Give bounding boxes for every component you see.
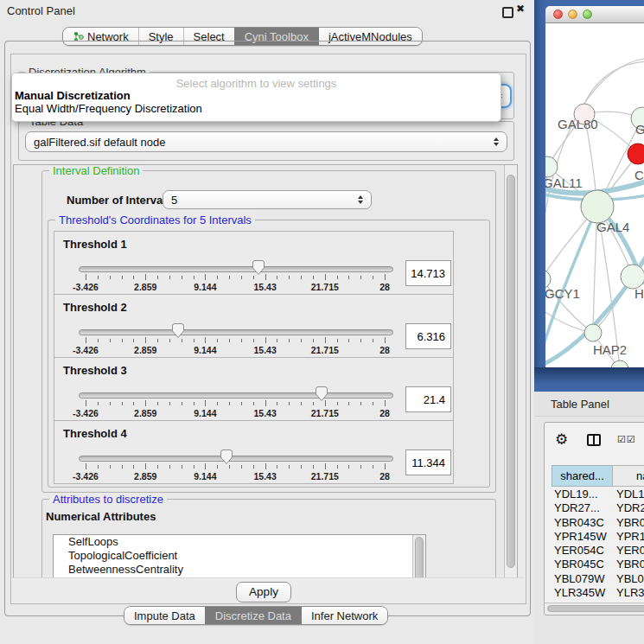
tick-mark [337,276,338,279]
slider-thumb[interactable] [171,322,185,339]
slider-track[interactable] [79,456,393,462]
tick-mark [86,463,86,469]
network-edge-thick[interactable] [545,207,597,345]
cyni-panel: Discretization Algorithm Table Data galF… [10,54,526,604]
tick-mark [194,465,194,469]
tick-label: 2.859 [126,282,164,292]
dropdown-item-manual-discretization[interactable]: Manual Discretization [15,89,131,102]
slider-track[interactable] [79,392,393,399]
tick-label: 9.144 [186,282,224,292]
tick-mark [301,465,302,469]
slider-track[interactable] [79,329,393,335]
attributes-group: Attributes to discretize Numerical Attri… [41,499,496,579]
tick-label: 9.144 [186,408,224,418]
column-header-shared-name[interactable]: shared... [552,465,613,487]
network-canvas[interactable]: GAL80GACGAL11GAL4GCY1HHAP2 [545,23,644,367]
maximize-traffic-light-icon[interactable] [583,10,592,19]
threshold-value-field[interactable] [405,386,451,412]
tick-mark [265,463,266,469]
table-row[interactable]: YPR145WYPR1 [545,530,644,544]
close-traffic-light-icon[interactable] [553,10,563,19]
tick-label: -3.426 [67,408,105,418]
tab-impute-data[interactable]: Impute Data [124,607,205,624]
minimize-traffic-light-icon[interactable] [568,10,577,19]
slider-thumb[interactable] [220,449,233,465]
tick-mark [229,465,230,469]
tick-mark [133,465,134,469]
table-row[interactable]: YER054CYER0 [545,544,644,558]
list-scrollbar-thumb[interactable] [415,537,424,579]
tick-mark [348,339,349,342]
tab-discretize-data[interactable]: Discretize Data [205,607,301,624]
threshold-value-field[interactable] [405,323,451,349]
number-of-intervals-combo[interactable]: 5 [163,190,372,209]
network-edge[interactable] [584,61,644,104]
tick-mark [205,463,206,469]
slider-thumb[interactable] [252,259,265,276]
tick-mark [385,463,386,469]
network-window-titlebar[interactable] [545,6,644,23]
table-row[interactable]: YLR345WYLR3 [545,586,644,600]
table-row[interactable]: YBR043CYBR0 [545,516,644,530]
tick-mark [217,465,218,469]
attribute-list[interactable]: SelfLoopsTopologicalCoefficientBetweenne… [53,534,426,579]
cell-name: YDL1 [616,488,644,501]
settings-scrollbar[interactable] [504,165,517,578]
table-row[interactable]: YDR27...YDR2 [545,501,644,515]
list-scrollbar[interactable] [412,535,425,579]
apply-button[interactable]: Apply [236,582,291,603]
settings-scrollbar-thumb[interactable] [507,175,515,568]
attribute-list-item[interactable]: SelfLoops [54,535,425,549]
threshold-label: Threshold 2 [63,301,127,314]
close-icon[interactable]: ✖ [516,3,525,15]
slider-thumb[interactable] [315,386,328,402]
table-data-combo[interactable]: galFiltered.sif default node [25,131,507,152]
tick-label: -3.426 [67,471,105,481]
tick-label: 9.144 [186,345,224,355]
tick-mark [265,274,266,280]
settings-scrollpane: Interval Definition Number of Intervals … [13,164,518,579]
table-h-scrollbar[interactable] [545,603,644,614]
table-row[interactable]: YDL19...YDL1 [545,488,644,501]
tick-mark [169,465,170,469]
network-node-label: HAP2 [593,342,627,357]
network-node-h[interactable] [621,265,644,289]
tick-mark [253,276,254,279]
tick-mark [348,465,349,469]
checkboxes-icon[interactable]: ☑☑ [617,434,636,445]
network-node-hap2[interactable] [584,324,602,341]
threshold-row: Threshold 3 -3.4262.8599.14415.4321.7152… [54,357,454,421]
tick-mark [229,339,230,342]
float-window-icon[interactable] [502,7,513,18]
tick-mark [169,339,170,342]
tab-infer-network[interactable]: Infer Network [301,607,387,624]
threshold-row: Threshold 1 -3.4262.8599.14415.4321.7152… [54,231,454,295]
tick-mark [122,339,123,342]
tick-mark [229,402,230,405]
column-header-name[interactable]: name [612,465,644,487]
slider-track[interactable] [79,266,393,272]
attribute-list-item[interactable]: BetweennessCentrality [54,563,425,577]
tick-mark [253,402,254,405]
threshold-value-field[interactable] [405,260,451,286]
threshold-value-field[interactable] [405,450,451,475]
tick-mark [217,276,218,279]
network-node-gal4[interactable] [581,190,614,223]
tick-mark [385,400,386,406]
table-row[interactable]: YBL079WYBL0 [545,572,644,586]
network-node-gal11[interactable] [545,156,558,177]
tick-mark [145,337,146,343]
table-row[interactable]: YBR045CYBR0 [545,558,644,571]
columns-icon[interactable] [587,434,601,446]
dropdown-item-equal-width-frequency[interactable]: Equal Width/Frequency Discretization [15,102,202,115]
algorithm-dropdown-popup: Select algorithm to view settings Manual… [11,73,501,122]
tick-mark [277,402,277,405]
network-node-c[interactable] [628,143,644,164]
table-h-scrollbar-thumb[interactable] [547,605,644,612]
gear-icon[interactable]: ⚙ [555,430,568,448]
tick-mark [133,402,134,405]
tick-mark [277,465,277,469]
tick-mark [182,276,182,279]
attribute-list-item[interactable]: TopologicalCoefficient [54,549,425,563]
tick-label: 21.715 [306,408,344,418]
